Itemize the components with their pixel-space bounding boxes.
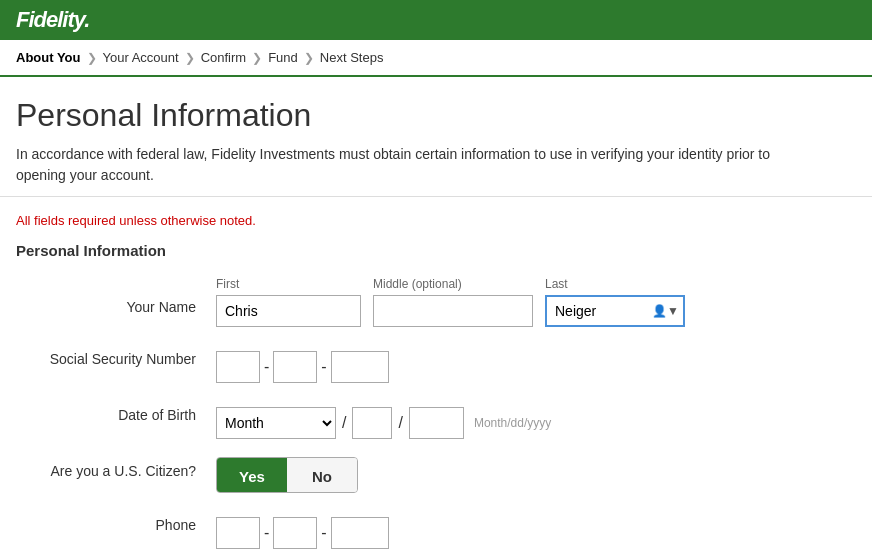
ssn-label: Social Security Number: [16, 345, 216, 367]
breadcrumb-your-account[interactable]: Your Account: [103, 50, 179, 65]
breadcrumb-fund[interactable]: Fund: [268, 50, 298, 65]
dob-day-input[interactable]: [352, 407, 392, 439]
name-row: Your Name First Middle (optional) Last 👤…: [16, 277, 856, 327]
chevron-icon-3: ❯: [252, 51, 262, 65]
header: Fidelity.: [0, 0, 872, 40]
phone-row: Phone - -: [16, 511, 856, 549]
phone-input-2[interactable]: [273, 517, 317, 549]
last-name-group: Last 👤▼: [545, 277, 685, 327]
dob-label: Date of Birth: [16, 401, 216, 423]
breadcrumb: About You ❯ Your Account ❯ Confirm ❯ Fun…: [0, 40, 872, 77]
citizenship-label: Are you a U.S. Citizen?: [16, 457, 216, 479]
page-title: Personal Information: [16, 97, 856, 134]
no-button[interactable]: No: [287, 458, 357, 493]
name-label: Your Name: [16, 277, 216, 315]
ssn-input-1[interactable]: [216, 351, 260, 383]
breadcrumb-about-you[interactable]: About You: [16, 50, 81, 65]
phone-input-3[interactable]: [331, 517, 389, 549]
required-note: All fields required unless otherwise not…: [16, 213, 856, 228]
section-title: Personal Information: [16, 242, 856, 259]
yes-button[interactable]: Yes: [217, 458, 287, 493]
ssn-row: Social Security Number - -: [16, 345, 856, 383]
phone-label: Phone: [16, 511, 216, 533]
chevron-icon-1: ❯: [87, 51, 97, 65]
dob-group: Month January February March April May J…: [216, 401, 551, 439]
phone-dash-2: -: [321, 524, 326, 542]
name-fields: First Middle (optional) Last 👤▼: [216, 277, 685, 327]
dob-year-input[interactable]: [409, 407, 464, 439]
phone-input-1[interactable]: [216, 517, 260, 549]
page-description: In accordance with federal law, Fidelity…: [16, 144, 816, 186]
last-name-label: Last: [545, 277, 685, 291]
dob-row: Date of Birth Month January February Mar…: [16, 401, 856, 439]
first-name-label: First: [216, 277, 361, 291]
ssn-input-3[interactable]: [331, 351, 389, 383]
dob-slash-2: /: [398, 414, 402, 432]
middle-name-label: Middle (optional): [373, 277, 533, 291]
ssn-dash-1: -: [264, 358, 269, 376]
ssn-group: - -: [216, 345, 389, 383]
citizenship-row: Are you a U.S. Citizen? Yes No: [16, 457, 856, 493]
breadcrumb-next-steps[interactable]: Next Steps: [320, 50, 384, 65]
chevron-icon-2: ❯: [185, 51, 195, 65]
fidelity-logo: Fidelity.: [16, 7, 89, 33]
chevron-icon-4: ❯: [304, 51, 314, 65]
person-dropdown-icon[interactable]: 👤▼: [652, 304, 679, 318]
last-name-wrapper: 👤▼: [545, 295, 685, 327]
dob-month-select[interactable]: Month January February March April May J…: [216, 407, 336, 439]
breadcrumb-confirm[interactable]: Confirm: [201, 50, 247, 65]
dob-slash-1: /: [342, 414, 346, 432]
dob-hint: Month/dd/yyyy: [474, 416, 551, 430]
middle-name-group: Middle (optional): [373, 277, 533, 327]
ssn-input-2[interactable]: [273, 351, 317, 383]
page-title-area: Personal Information In accordance with …: [0, 77, 872, 197]
ssn-dash-2: -: [321, 358, 326, 376]
form-area: All fields required unless otherwise not…: [0, 197, 872, 553]
phone-dash-1: -: [264, 524, 269, 542]
phone-group: - -: [216, 511, 389, 549]
citizenship-toggle: Yes No: [216, 457, 358, 493]
middle-name-input[interactable]: [373, 295, 533, 327]
first-name-group: First: [216, 277, 361, 327]
first-name-input[interactable]: [216, 295, 361, 327]
